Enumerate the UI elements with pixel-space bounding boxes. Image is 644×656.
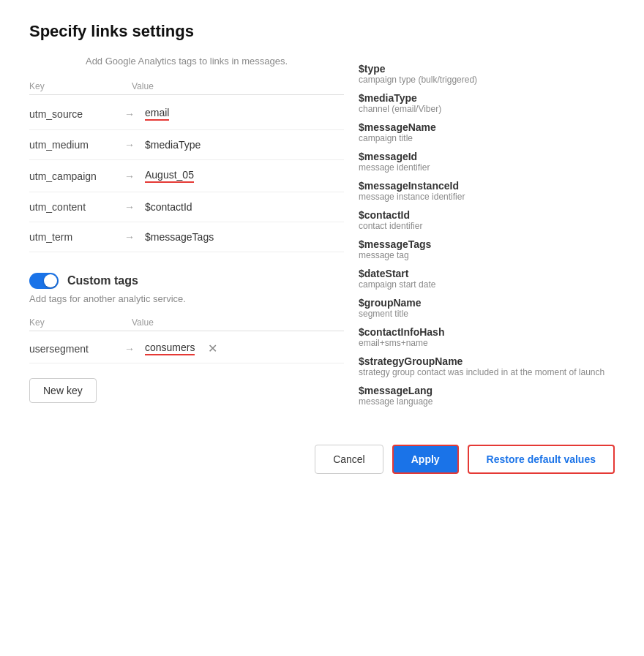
variable-desc-8: segment title xyxy=(359,309,615,319)
custom-tags-section: Custom tags Add tags for another analyti… xyxy=(29,273,344,403)
utm-row: utm_medium → $mediaType xyxy=(29,130,344,160)
variable-name-11: $messageLang xyxy=(359,385,615,396)
variable-desc-4: message instance identifier xyxy=(359,192,615,202)
variable-desc-7: campaign start date xyxy=(359,279,615,290)
custom-tags-toggle-row: Custom tags xyxy=(29,273,344,289)
restore-defaults-button[interactable]: Restore default values xyxy=(468,445,615,474)
arrow-icon-4: → xyxy=(124,231,135,243)
footer: Cancel Apply Restore default values xyxy=(29,437,615,474)
variable-name-0: $type xyxy=(359,63,615,75)
variable-name-4: $messageInstanceId xyxy=(359,180,615,192)
cancel-button[interactable]: Cancel xyxy=(315,445,383,474)
custom-value-header: Value xyxy=(132,317,205,328)
variable-name-10: $strategyGroupName xyxy=(359,355,615,367)
variable-name-6: $messageTags xyxy=(359,238,615,250)
variable-desc-9: email+sms+name xyxy=(359,338,615,348)
page-title: Specify links settings xyxy=(29,22,615,41)
arrow-icon-1: → xyxy=(124,139,135,151)
utm-key-3: utm_content xyxy=(29,201,117,213)
utm-value-1[interactable]: $mediaType xyxy=(145,139,201,151)
arrow-icon-3: → xyxy=(124,201,135,213)
utm-key-4: utm_term xyxy=(29,231,117,243)
custom-tag-row: usersegment → consumers ✕ xyxy=(29,334,344,363)
custom-value-0[interactable]: consumers xyxy=(145,342,195,355)
custom-rows: usersegment → consumers ✕ xyxy=(29,334,344,363)
variable-desc-5: contact identifier xyxy=(359,221,615,231)
custom-key-header: Key xyxy=(29,317,102,328)
utm-value-4[interactable]: $messageTags xyxy=(145,231,214,243)
delete-row-button-0[interactable]: ✕ xyxy=(208,342,217,355)
ga-table-header: Key Value xyxy=(29,78,344,95)
left-panel: Add Google Analytics tags to links in me… xyxy=(29,56,344,408)
variable-name-2: $messageName xyxy=(359,121,615,133)
variable-name-8: $groupName xyxy=(359,297,615,309)
variable-desc-6: message tag xyxy=(359,250,615,260)
key-header: Key xyxy=(29,81,102,91)
utm-value-3[interactable]: $contactId xyxy=(145,201,192,213)
right-panel: $typecampaign type (bulk/triggered)$medi… xyxy=(359,56,615,408)
utm-row: utm_source → email xyxy=(29,98,344,130)
utm-row: utm_term → $messageTags xyxy=(29,222,344,252)
variable-name-7: $dateStart xyxy=(359,268,615,279)
utm-key-0: utm_source xyxy=(29,108,117,120)
variable-desc-11: message language xyxy=(359,396,615,407)
utm-value-0[interactable]: email xyxy=(145,107,169,121)
utm-key-2: utm_campaign xyxy=(29,170,117,182)
variable-name-1: $mediaType xyxy=(359,92,615,104)
variable-name-9: $contactInfoHash xyxy=(359,326,615,338)
custom-tags-label: Custom tags xyxy=(67,274,138,287)
utm-row: utm_campaign → August_05 xyxy=(29,160,344,192)
apply-button[interactable]: Apply xyxy=(392,445,459,474)
variable-name-3: $messageId xyxy=(359,151,615,162)
subtitle: Add Google Analytics tags to links in me… xyxy=(29,56,344,67)
variable-desc-10: strategy group contact was included in a… xyxy=(359,367,615,377)
custom-arrow-icon-0: → xyxy=(124,343,135,355)
new-key-button[interactable]: New key xyxy=(29,378,97,403)
variable-desc-1: channel (email/Viber) xyxy=(359,104,615,114)
custom-tags-toggle[interactable] xyxy=(29,273,59,289)
custom-tags-description: Add tags for another analytic service. xyxy=(29,293,344,304)
variable-desc-0: campaign type (bulk/triggered) xyxy=(359,75,615,85)
custom-table-header: Key Value xyxy=(29,314,344,331)
value-header: Value xyxy=(132,81,205,91)
arrow-icon-0: → xyxy=(124,108,135,120)
utm-row: utm_content → $contactId xyxy=(29,192,344,222)
variable-desc-3: message identifier xyxy=(359,162,615,173)
arrow-icon-2: → xyxy=(124,170,135,182)
variable-list: $typecampaign type (bulk/triggered)$medi… xyxy=(359,63,615,407)
variable-name-5: $contactId xyxy=(359,209,615,221)
utm-rows: utm_source → email utm_medium → $mediaTy… xyxy=(29,98,344,252)
variable-desc-2: campaign title xyxy=(359,133,615,143)
utm-key-1: utm_medium xyxy=(29,139,117,151)
utm-value-2[interactable]: August_05 xyxy=(145,169,194,183)
custom-key-0: usersegment xyxy=(29,343,117,355)
